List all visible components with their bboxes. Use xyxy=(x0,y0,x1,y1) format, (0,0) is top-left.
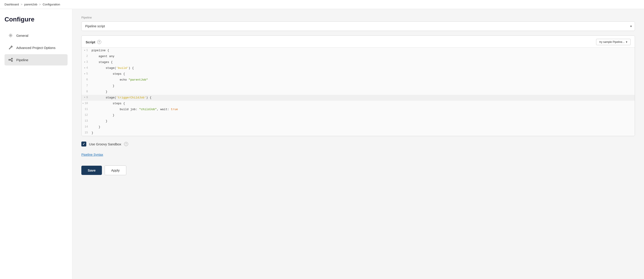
line-num-9: ▾9 xyxy=(82,95,90,100)
code-line-15: 15 } xyxy=(82,130,635,136)
svg-point-0 xyxy=(10,35,11,36)
line-num-2: 2 xyxy=(82,54,90,58)
line-num-12: 12 xyxy=(82,113,90,117)
code-content-3: stages { xyxy=(90,60,113,65)
code-content-5: steps { xyxy=(90,71,125,76)
script-container: Script ? try sample Pipeline... ▾ ▾1 pip… xyxy=(81,35,635,136)
svg-point-3 xyxy=(12,60,13,62)
line-num-7: 7 xyxy=(82,83,90,88)
sidebar-item-general-label: General xyxy=(16,34,28,37)
code-line-14: 14 } xyxy=(82,124,635,130)
code-line-9: ▾9 stage('triggerChildJob') { xyxy=(82,95,635,101)
code-line-3: ▾3 stages { xyxy=(82,59,635,65)
pipeline-icon xyxy=(8,57,13,62)
breadcrumb-sep-2: > xyxy=(39,3,41,6)
code-line-5: ▾5 steps { xyxy=(82,71,635,77)
line-num-11: 11 xyxy=(82,107,90,111)
breadcrumb-sep-1: > xyxy=(21,3,22,6)
script-header: Script ? try sample Pipeline... ▾ xyxy=(82,36,635,47)
gear-icon xyxy=(8,33,13,38)
content-area: Configure General Advanced P xyxy=(0,9,644,279)
top-bar: Dashboard > parentJob > Configuration xyxy=(0,0,644,9)
code-content-2: agent any xyxy=(90,54,114,59)
page-title: Configure xyxy=(4,16,68,23)
try-sample-arrow-icon: ▾ xyxy=(626,40,627,43)
line-num-13: 13 xyxy=(82,119,90,123)
apply-button[interactable]: Apply xyxy=(104,165,126,175)
groovy-sandbox-label: Use Groovy Sandbox xyxy=(89,142,121,146)
code-content-12: } xyxy=(90,113,114,118)
code-line-4: ▾4 stage('build') { xyxy=(82,65,635,71)
code-content-15: } xyxy=(90,130,93,135)
breadcrumb-configuration: Configuration xyxy=(43,3,60,6)
script-help-icon[interactable]: ? xyxy=(97,40,101,44)
line-num-3: ▾3 xyxy=(82,60,90,64)
sandbox-help-icon[interactable]: ? xyxy=(124,142,128,146)
checkbox-check-icon: ✓ xyxy=(82,142,85,146)
pipeline-select-wrapper: Pipeline script Pipeline script from SCM… xyxy=(81,21,635,31)
code-content-7: } xyxy=(90,83,114,88)
code-content-6: echo "parentJob" xyxy=(90,77,148,82)
sidebar-item-advanced-label: Advanced Project Options xyxy=(16,46,55,50)
sidebar-item-general[interactable]: General xyxy=(4,30,68,41)
code-line-13: 13 } xyxy=(82,118,635,124)
code-line-10: ▾10 steps { xyxy=(82,101,635,107)
svg-point-1 xyxy=(9,59,10,60)
code-line-11: 11 build job: "childJob", wait: true xyxy=(82,107,635,112)
code-line-6: 6 echo "parentJob" xyxy=(82,77,635,83)
sidebar-item-pipeline-label: Pipeline xyxy=(16,58,28,62)
code-content-10: steps { xyxy=(90,101,125,106)
sidebar-item-pipeline[interactable]: Pipeline xyxy=(4,54,68,65)
breadcrumb-dashboard[interactable]: Dashboard xyxy=(4,3,19,6)
section-label: Pipeline xyxy=(81,16,635,19)
code-editor[interactable]: ▾1 pipeline { 2 agent any ▾3 stages { xyxy=(82,47,635,136)
line-num-10: ▾10 xyxy=(82,101,90,106)
breadcrumb-parentjob[interactable]: parentJob xyxy=(24,3,37,6)
code-content-1: pipeline { xyxy=(90,48,109,53)
code-content-11: build job: "childJob", wait: true xyxy=(90,107,178,112)
pipeline-syntax-link[interactable]: Pipeline Syntax xyxy=(81,153,103,156)
sidebar: Configure General Advanced P xyxy=(0,9,72,279)
code-line-12: 12 } xyxy=(82,112,635,118)
line-num-1: ▾1 xyxy=(82,48,90,53)
line-num-8: 8 xyxy=(82,89,90,94)
line-num-6: 6 xyxy=(82,77,90,82)
code-content-8: } xyxy=(90,89,107,94)
code-line-8: 8 } xyxy=(82,89,635,95)
groovy-sandbox-checkbox[interactable]: ✓ xyxy=(81,142,86,147)
code-line-1: ▾1 pipeline { xyxy=(82,48,635,53)
svg-point-2 xyxy=(12,58,13,59)
wrench-icon xyxy=(8,45,13,50)
try-sample-button[interactable]: try sample Pipeline... ▾ xyxy=(596,39,631,45)
line-num-15: 15 xyxy=(82,130,90,135)
code-line-7: 7 } xyxy=(82,83,635,89)
code-content-13: } xyxy=(90,119,107,124)
line-num-4: ▾4 xyxy=(82,66,90,70)
pipeline-script-select[interactable]: Pipeline script Pipeline script from SCM xyxy=(81,21,635,31)
line-num-5: ▾5 xyxy=(82,71,90,76)
button-row: Save Apply xyxy=(81,165,635,175)
script-label: Script ? xyxy=(86,40,101,44)
page-wrapper: Dashboard > parentJob > Configuration Co… xyxy=(0,0,644,279)
save-button[interactable]: Save xyxy=(81,166,102,175)
code-content-4: stage('build') { xyxy=(90,66,134,71)
sidebar-item-advanced[interactable]: Advanced Project Options xyxy=(4,42,68,53)
main-content: Pipeline Pipeline script Pipeline script… xyxy=(72,9,644,279)
code-content-9: stage('triggerChildJob') { xyxy=(90,95,152,100)
sandbox-row: ✓ Use Groovy Sandbox ? xyxy=(81,142,635,147)
code-content-14: } xyxy=(90,125,100,130)
line-num-14: 14 xyxy=(82,125,90,129)
code-line-2: 2 agent any xyxy=(82,53,635,59)
